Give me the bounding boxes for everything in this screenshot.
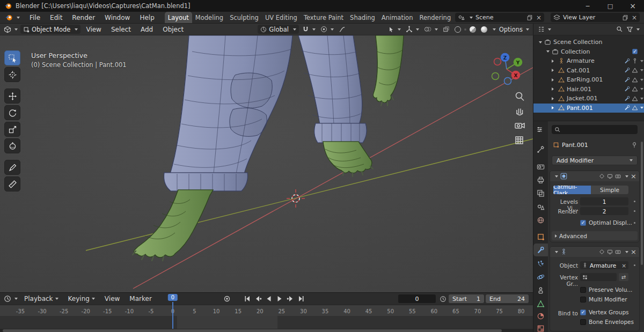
play-reverse-button[interactable] (264, 294, 273, 303)
tool-cursor[interactable] (4, 67, 20, 82)
tool-transform[interactable] (4, 138, 20, 153)
start-frame-field[interactable]: Start1 (449, 294, 484, 303)
tab-particles[interactable] (533, 257, 548, 270)
prev-keyframe-button[interactable] (253, 294, 262, 303)
tab-sculpting[interactable]: Sculpting (226, 12, 262, 23)
tab-tool[interactable] (533, 143, 548, 156)
animate-dot[interactable] (634, 201, 635, 202)
tool-scale[interactable] (4, 122, 20, 137)
animate-dot[interactable] (634, 264, 635, 266)
vertex-group-field[interactable] (580, 273, 617, 281)
vertex-groups-checkbox[interactable] (580, 309, 586, 315)
viewport-canvas[interactable]: Z Y X (0, 35, 533, 292)
tab-texture-paint[interactable]: Texture Paint (301, 12, 347, 23)
unlink-scene-icon[interactable]: × (536, 14, 541, 21)
viewport-3d[interactable]: Z Y X User Perspective (0) Scene Collect… (0, 35, 533, 292)
extras-dropdown-icon[interactable] (625, 251, 628, 253)
animate-dot[interactable] (634, 222, 635, 224)
invert-vertex-group-button[interactable]: ⇄ (619, 273, 628, 281)
bone-envelopes-checkbox[interactable] (580, 319, 586, 325)
realtime-display-icon[interactable] (607, 173, 613, 179)
outliner-row-pant-selected[interactable]: Pant.001 (533, 104, 644, 113)
tab-modifiers-active[interactable] (533, 244, 548, 256)
new-view-layer-icon[interactable] (622, 14, 628, 21)
gizmo-neg-y[interactable] (492, 73, 499, 80)
playhead-line[interactable] (172, 302, 173, 329)
tool-move[interactable] (4, 88, 20, 104)
outliner-row-scene-collection[interactable]: Scene Collection (533, 38, 644, 47)
playhead-tag[interactable]: 0 (168, 294, 178, 301)
overlays-dropdown[interactable] (422, 25, 440, 34)
tab-texture[interactable] (533, 322, 548, 332)
expand-icon[interactable] (555, 251, 558, 253)
tab-world[interactable] (533, 213, 548, 226)
preserve-volume-checkbox[interactable] (580, 287, 586, 293)
armature-panel-header[interactable]: × (550, 247, 639, 257)
pin-icon[interactable] (631, 142, 638, 148)
tab-view-layer[interactable] (533, 187, 548, 200)
menu-edit[interactable]: Edit (45, 12, 67, 23)
view-layer-selector[interactable]: View Layer × (551, 13, 640, 22)
timeline-ruler[interactable]: -35-30-25-20-15-10-505101520253035404550… (0, 305, 533, 316)
simple-button[interactable]: Simple (591, 186, 628, 194)
menu-help[interactable]: Help (135, 12, 159, 23)
selectability-dropdown[interactable] (386, 25, 402, 34)
shading-wireframe-button[interactable] (453, 25, 463, 34)
playback-menu[interactable]: Playback (19, 293, 63, 305)
properties-scrollbar[interactable] (641, 142, 643, 265)
optimal-display-checkbox[interactable] (580, 220, 586, 226)
shading-dropdown-caret[interactable] (493, 28, 496, 31)
object-menu[interactable]: Object (158, 26, 188, 33)
tab-animation[interactable]: Animation (378, 12, 416, 23)
properties-search-input[interactable] (552, 125, 638, 134)
outliner-row-collection[interactable]: Collection (533, 47, 644, 57)
breadcrumb-object-name[interactable]: Pant.001 (562, 142, 588, 149)
shading-solid-button[interactable] (464, 28, 466, 31)
clear-object-icon[interactable]: × (621, 262, 626, 269)
tool-annotate[interactable] (4, 160, 20, 175)
close-button[interactable]: × (621, 0, 644, 12)
keying-menu[interactable]: Keying (63, 293, 100, 305)
timeline-scrollbar[interactable] (0, 329, 533, 332)
render-display-icon[interactable] (615, 173, 621, 179)
timeline-view-menu[interactable]: View (100, 293, 125, 305)
orientation-dropdown[interactable]: Global (258, 25, 299, 34)
tab-scene[interactable] (533, 200, 548, 213)
options-dropdown[interactable]: Options (497, 25, 531, 34)
new-scene-icon[interactable] (526, 14, 533, 21)
properties-editor-button[interactable] (535, 125, 545, 134)
tab-shading[interactable]: Shading (347, 12, 378, 23)
maximize-button[interactable]: □ (599, 0, 621, 12)
outliner-filter-button[interactable] (625, 25, 641, 34)
tab-constraints[interactable] (533, 284, 548, 297)
menu-render[interactable]: Render (67, 12, 100, 23)
tab-output[interactable] (533, 173, 548, 186)
gizmo-neg-z[interactable] (504, 78, 511, 85)
subdivision-panel-header[interactable]: × (550, 171, 639, 181)
remove-view-layer-icon[interactable]: × (632, 14, 637, 21)
tool-measure[interactable] (4, 176, 20, 191)
menu-window[interactable]: Window (100, 12, 135, 23)
tool-rotate[interactable] (4, 105, 20, 120)
xray-toggle[interactable] (441, 25, 451, 34)
tab-layout[interactable]: Layout (165, 12, 192, 23)
shading-rendered-button[interactable] (479, 25, 489, 34)
outliner-search-button[interactable] (614, 25, 625, 34)
animate-dot[interactable] (634, 210, 635, 212)
tab-material[interactable] (533, 309, 548, 322)
scene-selector[interactable]: Scene × (455, 13, 544, 22)
outliner-row-cat[interactable]: Cat.001 (533, 66, 644, 76)
timeline-scrollbar-thumb[interactable] (3, 329, 502, 332)
collection-checkbox[interactable] (632, 49, 638, 54)
realtime-display-icon[interactable] (607, 249, 613, 255)
play-button[interactable] (275, 294, 284, 303)
tool-select-box[interactable] (4, 50, 20, 65)
outliner-row-jacket[interactable]: Jacket.001 (533, 94, 644, 104)
proportional-edit-toggle[interactable] (319, 25, 335, 34)
tab-object[interactable] (533, 230, 548, 243)
jump-to-start-button[interactable] (243, 294, 252, 303)
outliner-row-earring[interactable]: EarRing.001 (533, 75, 644, 85)
add-menu[interactable]: Add (136, 26, 157, 33)
outliner-editor-button[interactable] (536, 25, 553, 34)
auto-key-button[interactable] (222, 294, 231, 303)
